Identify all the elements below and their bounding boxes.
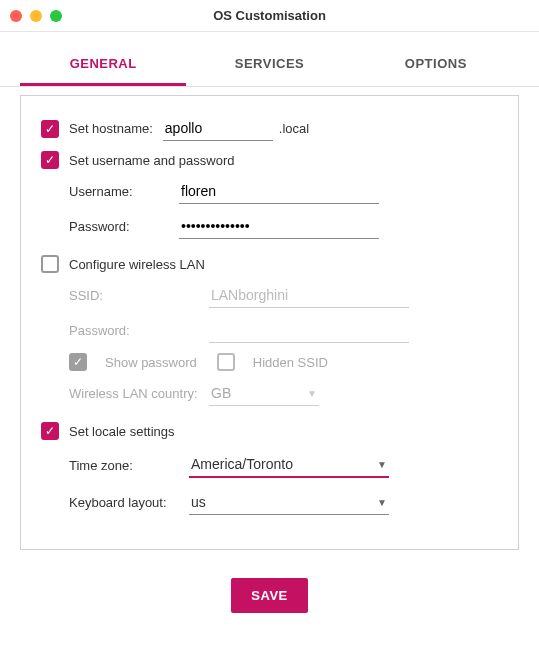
username-label: Username: <box>69 184 179 199</box>
show-password-label: Show password <box>105 355 197 370</box>
save-button[interactable]: SAVE <box>231 578 307 613</box>
keyboard-label: Keyboard layout: <box>69 495 189 510</box>
hidden-ssid-label: Hidden SSID <box>253 355 328 370</box>
show-password-checkbox: ✓ <box>69 353 87 371</box>
timezone-select[interactable]: America/Toronto ▼ <box>189 452 389 478</box>
hostname-label: Set hostname: <box>69 121 153 136</box>
wlan-country-row: Wireless LAN country: GB ▼ <box>69 381 498 406</box>
timezone-label: Time zone: <box>69 458 189 473</box>
wlan-password-label: Password: <box>69 323 209 338</box>
tab-general[interactable]: GENERAL <box>20 44 186 86</box>
keyboard-value: us <box>191 494 206 510</box>
maximize-window-button[interactable] <box>50 10 62 22</box>
password-input[interactable] <box>179 214 379 239</box>
wlan-row: Configure wireless LAN <box>41 255 498 273</box>
locale-checkbox[interactable]: ✓ <box>41 422 59 440</box>
wlan-country-value: GB <box>211 385 231 401</box>
wlan-country-label: Wireless LAN country: <box>69 386 209 401</box>
password-row: Password: <box>69 214 498 239</box>
hidden-ssid-checkbox <box>217 353 235 371</box>
check-icon: ✓ <box>45 154 55 166</box>
hostname-input[interactable] <box>163 116 273 141</box>
hostname-row: ✓ Set hostname: .local <box>41 116 498 141</box>
wlan-checkbox[interactable] <box>41 255 59 273</box>
keyboard-row: Keyboard layout: us ▼ <box>69 490 498 515</box>
close-window-button[interactable] <box>10 10 22 22</box>
ssid-input <box>209 283 409 308</box>
timezone-value: America/Toronto <box>191 456 293 472</box>
check-icon: ✓ <box>73 356 83 368</box>
check-icon: ✓ <box>45 425 55 437</box>
wlan-password-row: Password: <box>69 318 498 343</box>
locale-label: Set locale settings <box>69 424 175 439</box>
check-icon: ✓ <box>45 123 55 135</box>
tab-services[interactable]: SERVICES <box>186 44 352 86</box>
chevron-down-icon: ▼ <box>307 388 317 399</box>
userpass-label: Set username and password <box>69 153 234 168</box>
hostname-checkbox[interactable]: ✓ <box>41 120 59 138</box>
settings-panel: ✓ Set hostname: .local ✓ Set username an… <box>20 95 519 550</box>
locale-row: ✓ Set locale settings <box>41 422 498 440</box>
wlan-subchecks: ✓ Show password Hidden SSID <box>69 353 498 371</box>
minimize-window-button[interactable] <box>30 10 42 22</box>
timezone-row: Time zone: America/Toronto ▼ <box>69 452 498 478</box>
wlan-password-input <box>209 318 409 343</box>
traffic-lights <box>10 10 62 22</box>
ssid-row: SSID: <box>69 283 498 308</box>
userpass-row: ✓ Set username and password <box>41 151 498 169</box>
save-row: SAVE <box>0 566 539 633</box>
wlan-country-select: GB ▼ <box>209 381 319 406</box>
window-title: OS Customisation <box>0 8 539 23</box>
titlebar: OS Customisation <box>0 0 539 32</box>
wlan-label: Configure wireless LAN <box>69 257 205 272</box>
ssid-label: SSID: <box>69 288 209 303</box>
userpass-checkbox[interactable]: ✓ <box>41 151 59 169</box>
hostname-suffix: .local <box>279 121 309 136</box>
username-row: Username: <box>69 179 498 204</box>
keyboard-select[interactable]: us ▼ <box>189 490 389 515</box>
chevron-down-icon: ▼ <box>377 497 387 508</box>
tab-options[interactable]: OPTIONS <box>353 44 519 86</box>
tabs: GENERAL SERVICES OPTIONS <box>0 44 539 87</box>
chevron-down-icon: ▼ <box>377 459 387 470</box>
password-label: Password: <box>69 219 179 234</box>
username-input[interactable] <box>179 179 379 204</box>
